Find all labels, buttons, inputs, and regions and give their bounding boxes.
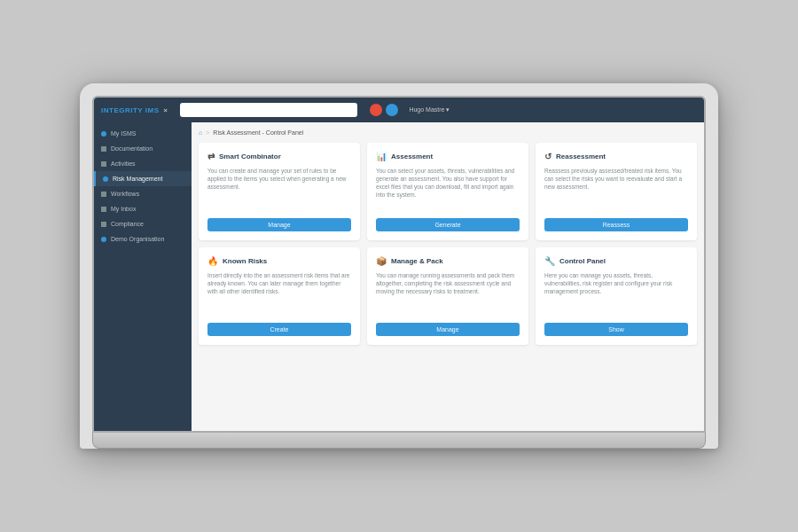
sidebar: My ISMS Documentation Activities Risk Ma… xyxy=(94,122,192,431)
sidebar-item-label: Compliance xyxy=(111,221,144,227)
card-assessment: 📊 Assessment You can select your assets,… xyxy=(367,143,528,240)
card-title: Control Panel xyxy=(559,257,606,265)
create-button[interactable]: Create xyxy=(207,323,351,336)
card-title: Assessment xyxy=(391,153,433,160)
sidebar-dot-icon xyxy=(103,176,108,182)
sidebar-item-demo-org[interactable]: Demo Organisation xyxy=(94,231,192,246)
sidebar-item-label: Documentation xyxy=(111,145,153,152)
sidebar-item-risk-management[interactable]: Risk Management xyxy=(94,171,192,186)
logo-ims: IMS xyxy=(143,106,159,114)
breadcrumb-home-icon[interactable]: ⌂ xyxy=(199,129,202,136)
card-header: 🔥 Known Risks xyxy=(207,256,351,266)
card-header: 📊 Assessment xyxy=(376,152,520,161)
card-title: Known Risks xyxy=(223,257,267,265)
sidebar-square-icon xyxy=(101,161,106,167)
card-title: Reassessment xyxy=(556,153,606,160)
topbar: INTEGRITY IMS × Hugo Mastre ▾ xyxy=(94,98,704,122)
sidebar-item-label: Workflows xyxy=(111,191,139,197)
cards-grid: ⇄ Smart Combinator You can create and ma… xyxy=(199,143,697,345)
card-header: ⇄ Smart Combinator xyxy=(207,152,351,161)
sidebar-item-myisms[interactable]: My ISMS xyxy=(94,126,192,141)
sidebar-square-icon xyxy=(101,207,106,212)
sidebar-item-documentation[interactable]: Documentation xyxy=(94,141,192,156)
known-risks-icon: 🔥 xyxy=(207,256,218,266)
card-title: Smart Combinator xyxy=(219,153,281,160)
sidebar-square-icon xyxy=(101,222,106,227)
breadcrumb: ⌂ > Risk Assessment - Control Panel xyxy=(199,129,697,136)
search-box[interactable] xyxy=(180,103,357,117)
sidebar-item-myinbox[interactable]: My Inbox xyxy=(94,201,192,216)
topbar-logo: INTEGRITY IMS × xyxy=(101,106,168,114)
card-reassessment: ↺ Reassessment Reassess previously asses… xyxy=(536,143,697,240)
notification-icon-blue[interactable] xyxy=(386,104,398,116)
smart-combinator-icon: ⇄ xyxy=(207,152,215,161)
manage-button[interactable]: Manage xyxy=(207,218,351,231)
reassessment-icon: ↺ xyxy=(544,152,552,161)
show-button[interactable]: Show xyxy=(544,323,688,336)
card-description: You can manage running assessments and p… xyxy=(376,271,520,317)
topbar-icons xyxy=(370,104,398,116)
content-area: ⌂ > Risk Assessment - Control Panel ⇄ Sm… xyxy=(192,122,704,431)
sidebar-item-label: My Inbox xyxy=(111,206,136,212)
sidebar-item-label: Activities xyxy=(111,160,136,167)
notification-icon-red[interactable] xyxy=(370,104,382,116)
card-description: Reassess previously assessed/treated ris… xyxy=(544,167,688,213)
sidebar-item-label: My ISMS xyxy=(111,130,136,137)
card-known-risks: 🔥 Known Risks Insert directly into the a… xyxy=(199,247,360,345)
card-description: You can select your assets, threats, vul… xyxy=(376,167,520,213)
card-control-panel: 🔧 Control Panel Here you can manage you … xyxy=(536,247,697,345)
sidebar-dot-icon xyxy=(101,237,106,242)
card-header: ↺ Reassessment xyxy=(544,152,688,161)
sidebar-dot-icon xyxy=(101,131,106,137)
sidebar-item-compliance[interactable]: Compliance xyxy=(94,216,192,231)
sidebar-item-workflows[interactable]: Workflows xyxy=(94,186,192,201)
laptop-base xyxy=(92,433,706,449)
sidebar-item-label: Risk Management xyxy=(113,176,162,182)
laptop-outer: INTEGRITY IMS × Hugo Mastre ▾ My ISMS xyxy=(80,83,718,449)
assessment-icon: 📊 xyxy=(376,152,387,161)
reassess-button[interactable]: Reassess xyxy=(544,218,688,231)
breadcrumb-separator: > xyxy=(206,129,209,136)
card-smart-combinator: ⇄ Smart Combinator You can create and ma… xyxy=(199,143,360,240)
logo-tab-close[interactable]: × xyxy=(163,106,168,114)
manage-pack-button[interactable]: Manage xyxy=(376,323,520,336)
card-header: 🔧 Control Panel xyxy=(544,256,688,266)
logo-integrity: INTEGRITY xyxy=(101,106,143,114)
card-description: Insert directly into the an assessment r… xyxy=(207,271,351,317)
control-panel-icon: 🔧 xyxy=(544,256,555,266)
sidebar-square-icon xyxy=(101,146,106,152)
main-layout: My ISMS Documentation Activities Risk Ma… xyxy=(94,122,704,431)
topbar-user[interactable]: Hugo Mastre ▾ xyxy=(409,106,450,113)
generate-button[interactable]: Generate xyxy=(376,218,520,231)
breadcrumb-current: Risk Assessment - Control Panel xyxy=(213,129,303,136)
sidebar-item-activities[interactable]: Activities xyxy=(94,156,192,171)
card-manage-pack: 📦 Manage & Pack You can manage running a… xyxy=(367,247,528,345)
laptop-screen: INTEGRITY IMS × Hugo Mastre ▾ My ISMS xyxy=(92,96,706,433)
manage-pack-icon: 📦 xyxy=(376,256,387,266)
card-header: 📦 Manage & Pack xyxy=(376,256,520,266)
card-description: Here you can manage you assets, threats,… xyxy=(544,271,688,317)
sidebar-item-label: Demo Organisation xyxy=(111,236,164,242)
card-title: Manage & Pack xyxy=(391,257,443,265)
app-wrapper: INTEGRITY IMS × Hugo Mastre ▾ My ISMS xyxy=(94,98,704,431)
sidebar-square-icon xyxy=(101,192,106,197)
card-description: You can create and manage your set of ru… xyxy=(207,167,351,213)
